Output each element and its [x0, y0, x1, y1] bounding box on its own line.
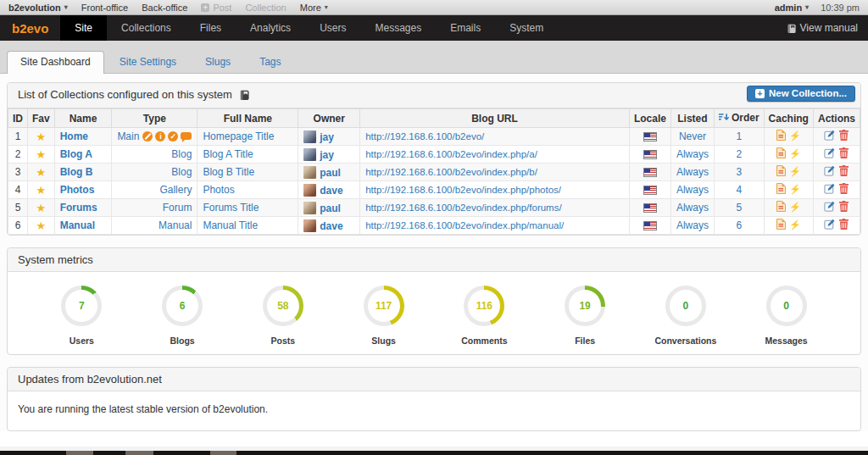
blog-url-link[interactable]: http://192.168.6.100/b2evo/index.php/pho…	[365, 185, 561, 195]
nav-item-site[interactable]: Site	[60, 15, 107, 41]
collection-type-link[interactable]: Blog	[171, 166, 192, 178]
page-cache-icon[interactable]	[776, 201, 786, 214]
order-link[interactable]: 1	[736, 130, 742, 142]
toolbar-front-office[interactable]: Front-office	[81, 3, 128, 13]
listed-link[interactable]: Always	[676, 166, 709, 178]
lightning-icon[interactable]: ⚡	[789, 166, 801, 176]
lightning-icon[interactable]: ⚡	[789, 148, 801, 158]
nav-item-emails[interactable]: Emails	[436, 15, 495, 41]
nav-item-users[interactable]: Users	[305, 15, 360, 41]
new-collection-button[interactable]: + New Collection...	[747, 86, 855, 102]
owner-link[interactable]: dave	[320, 220, 342, 232]
blog-url-link[interactable]: http://192.168.6.100/b2evo/index.php/a/	[365, 149, 537, 159]
col-header-url[interactable]: Blog URL	[360, 109, 630, 128]
page-cache-icon[interactable]	[776, 165, 786, 179]
listed-link[interactable]: Always	[676, 219, 709, 231]
owner-link[interactable]: dave	[320, 185, 342, 197]
page-cache-icon[interactable]	[776, 183, 786, 197]
edit-icon[interactable]	[824, 219, 835, 232]
collection-type-link[interactable]: Gallery	[159, 184, 192, 196]
edit-icon[interactable]	[824, 183, 835, 197]
listed-link[interactable]: Always	[676, 184, 709, 196]
listed-link[interactable]: Always	[676, 202, 709, 214]
tab-tags[interactable]: Tags	[246, 51, 294, 73]
blog-url-link[interactable]: http://192.168.6.100/b2evo/index.php/for…	[365, 203, 561, 213]
lightning-icon[interactable]: ⚡	[789, 219, 801, 230]
owner-link[interactable]: jay	[320, 131, 334, 143]
toolbar-back-office[interactable]: Back-office	[142, 3, 187, 13]
col-header-id[interactable]: ID	[8, 109, 28, 128]
col-header-name[interactable]: Name	[54, 109, 112, 128]
view-manual-link[interactable]: View manual	[787, 15, 868, 41]
collection-fullname-link[interactable]: Blog B Title	[203, 166, 254, 178]
col-header-type[interactable]: Type	[112, 109, 198, 128]
star-icon[interactable]: ★	[36, 130, 47, 143]
toolbar-brand-menu[interactable]: b2evolution ▾	[8, 3, 68, 13]
nav-item-system[interactable]: System	[495, 15, 558, 41]
lightning-icon[interactable]: ⚡	[789, 184, 801, 194]
blog-url-link[interactable]: http://192.168.6.100/b2evo/index.php/b/	[365, 167, 537, 177]
collection-type-link[interactable]: Main	[117, 130, 139, 142]
book-icon[interactable]	[239, 90, 249, 103]
collection-name-link[interactable]: Blog B	[60, 166, 93, 178]
collection-fullname-link[interactable]: Forums Title	[203, 202, 259, 214]
toolbar-more-menu[interactable]: More ▾	[300, 3, 328, 13]
star-icon[interactable]: ★	[36, 148, 47, 161]
delete-icon[interactable]	[839, 183, 849, 197]
owner-link[interactable]: jay	[320, 149, 334, 161]
col-header-fullname[interactable]: Full Name	[198, 109, 298, 128]
collection-type-link[interactable]: Blog	[171, 148, 192, 160]
blog-url-link[interactable]: http://192.168.6.100/b2evo/index.php/man…	[365, 220, 564, 230]
collection-type-link[interactable]: Forum	[163, 202, 192, 214]
listed-link[interactable]: Never	[679, 130, 706, 142]
collection-name-link[interactable]: Forums	[60, 202, 97, 214]
delete-icon[interactable]	[839, 165, 849, 179]
b2evo-logo[interactable]: b2evo	[0, 15, 60, 41]
edit-icon[interactable]	[824, 130, 835, 143]
collection-fullname-link[interactable]: Photos	[203, 184, 234, 196]
col-header-order[interactable]: Order	[714, 109, 764, 128]
col-header-fav[interactable]: Fav	[28, 109, 55, 128]
nav-item-collections[interactable]: Collections	[107, 15, 186, 41]
nav-item-files[interactable]: Files	[186, 15, 236, 41]
collection-name-link[interactable]: Home	[60, 130, 88, 142]
col-header-owner[interactable]: Owner	[298, 109, 360, 128]
collection-fullname-link[interactable]: Blog A Title	[203, 148, 253, 160]
delete-icon[interactable]	[839, 219, 849, 232]
delete-icon[interactable]	[839, 147, 849, 161]
order-link[interactable]: 2	[736, 148, 742, 160]
edit-icon[interactable]	[824, 165, 835, 179]
tab-site-dashboard[interactable]: Site Dashboard	[7, 51, 104, 74]
listed-link[interactable]: Always	[676, 148, 709, 160]
lightning-icon[interactable]: ⚡	[789, 130, 801, 141]
order-link[interactable]: 6	[736, 219, 742, 231]
col-header-listed[interactable]: Listed	[670, 109, 714, 128]
order-link[interactable]: 3	[736, 166, 742, 178]
collection-type-link[interactable]: Manual	[159, 219, 192, 231]
col-header-caching[interactable]: Caching	[764, 109, 813, 128]
owner-link[interactable]: paul	[320, 167, 341, 179]
user-menu[interactable]: admin ▾	[775, 3, 809, 13]
star-icon[interactable]: ★	[36, 202, 47, 214]
nav-item-analytics[interactable]: Analytics	[236, 15, 305, 41]
order-link[interactable]: 4	[736, 184, 742, 196]
star-icon[interactable]: ★	[36, 184, 47, 197]
owner-link[interactable]: paul	[320, 203, 341, 214]
page-cache-icon[interactable]	[776, 147, 786, 161]
page-cache-icon[interactable]	[776, 219, 786, 232]
blog-url-link[interactable]: http://192.168.6.100/b2evo/	[365, 131, 484, 141]
order-link[interactable]: 5	[736, 202, 742, 214]
edit-icon[interactable]	[824, 147, 835, 161]
collection-name-link[interactable]: Blog A	[60, 148, 92, 160]
delete-icon[interactable]	[839, 201, 849, 214]
lightning-icon[interactable]: ⚡	[789, 202, 801, 212]
delete-icon[interactable]	[839, 130, 849, 143]
star-icon[interactable]: ★	[36, 166, 47, 179]
edit-icon[interactable]	[824, 201, 835, 214]
star-icon[interactable]: ★	[36, 219, 47, 232]
tab-site-settings[interactable]: Site Settings	[106, 51, 190, 73]
col-header-locale[interactable]: Locale	[629, 109, 670, 128]
collection-fullname-link[interactable]: Manual Title	[203, 219, 258, 231]
collection-name-link[interactable]: Manual	[60, 219, 95, 231]
collection-name-link[interactable]: Photos	[60, 184, 95, 196]
